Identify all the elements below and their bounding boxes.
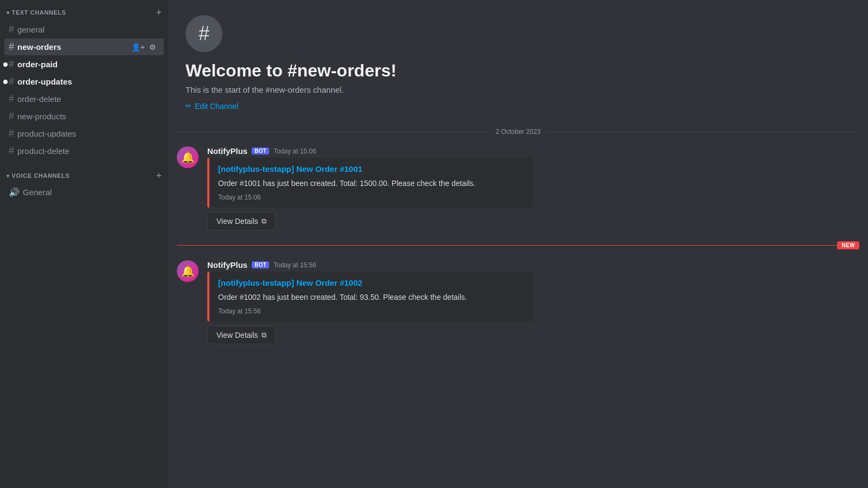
channel-welcome-title: Welcome to #new-orders!: [186, 61, 851, 81]
channel-welcome-desc: This is the start of the #new-orders cha…: [186, 85, 851, 94]
avatar: 🔔: [177, 260, 199, 282]
sidebar-item-order-paid[interactable]: #order-paid: [4, 56, 164, 73]
embed-card: [notifyplus-testapp] New Order #1002 Ord…: [207, 272, 533, 322]
embed-title[interactable]: [notifyplus-testapp] New Order #1002: [218, 278, 524, 287]
embed-footer: Today at 15:56: [218, 307, 524, 315]
divider-line-left: [177, 132, 489, 132]
embed-description: Order #1002 has just been created. Total…: [218, 292, 524, 303]
message-timestamp: Today at 15:56: [273, 261, 316, 269]
text-channel-list: #general#new-orders 👤+ ⚙ #order-paid#ord…: [0, 20, 168, 161]
chevron-down-icon-voice: ▾: [7, 173, 10, 179]
text-channels-section-header[interactable]: ▾ TEXT CHANNELS +: [0, 4, 168, 20]
sidebar-item-product-delete[interactable]: #product-delete: [4, 143, 164, 159]
channel-actions: 👤+ ⚙: [130, 42, 157, 53]
channel-label: new-products: [17, 112, 157, 121]
sidebar-item-order-delete[interactable]: #order-delete: [4, 91, 164, 107]
channel-welcome: # Welcome to #new-orders! This is the st…: [168, 0, 868, 119]
add-text-channel-button[interactable]: +: [156, 8, 162, 17]
embed-footer: Today at 15:06: [218, 194, 524, 201]
voice-channel-list: 🔊 General: [0, 183, 168, 202]
channel-label: new-orders: [17, 42, 130, 52]
new-divider-line: [177, 245, 837, 246]
external-link-icon: ⧉: [261, 331, 266, 339]
message-username: NotifyPlus: [207, 146, 247, 156]
channel-label: product-delete: [17, 146, 157, 156]
new-badge: NEW: [837, 241, 859, 249]
add-member-icon[interactable]: 👤+: [130, 42, 146, 53]
divider-line-right: [547, 132, 859, 132]
channel-label: general: [17, 25, 157, 34]
sidebar-item-general[interactable]: #general: [4, 21, 164, 38]
hash-icon: #: [9, 93, 14, 105]
embed-description: Order #1001 has just been created. Total…: [218, 178, 524, 189]
message-header: NotifyPlus BOT Today at 15:06: [207, 146, 859, 156]
channel-label: product-updates: [17, 129, 157, 138]
channel-label: order-updates: [17, 77, 157, 86]
view-details-button[interactable]: View Details ⧉: [207, 326, 276, 344]
message-username: NotifyPlus: [207, 260, 247, 269]
sidebar-item-order-updates[interactable]: #order-updates: [4, 73, 164, 90]
sidebar: ▾ TEXT CHANNELS + #general#new-orders 👤+…: [0, 0, 168, 488]
view-details-label: View Details: [216, 217, 258, 226]
pencil-icon: ✏: [186, 102, 192, 110]
main-content: # Welcome to #new-orders! This is the st…: [168, 0, 868, 488]
message-timestamp: Today at 15:06: [273, 147, 316, 155]
hash-icon: #: [9, 24, 14, 35]
new-badge-divider: NEW: [177, 241, 859, 249]
channel-label: order-paid: [17, 60, 157, 69]
chevron-down-icon: ▾: [7, 10, 10, 16]
bot-badge: BOT: [252, 261, 269, 268]
message-group: 🔔 NotifyPlus BOT Today at 15:56 [notifyp…: [177, 258, 859, 346]
voice-channel-label: General: [23, 188, 52, 197]
hash-icon: #: [9, 111, 14, 122]
message-group: 🔔 NotifyPlus BOT Today at 15:06 [notifyp…: [177, 144, 859, 233]
unread-dot: [3, 80, 8, 84]
speaker-icon: 🔊: [9, 187, 20, 197]
channel-label: order-delete: [17, 94, 157, 104]
message-content: NotifyPlus BOT Today at 15:06 [notifyplu…: [207, 146, 859, 230]
view-details-label: View Details: [216, 331, 258, 339]
sidebar-item-voice-general-voice[interactable]: 🔊 General: [4, 184, 164, 200]
settings-icon[interactable]: ⚙: [148, 42, 157, 53]
date-divider: 2 October 2023: [177, 128, 859, 136]
voice-channels-title: ▾ VOICE CHANNELS: [7, 172, 69, 179]
add-voice-channel-button[interactable]: +: [156, 171, 162, 181]
view-details-button[interactable]: View Details ⧉: [207, 212, 276, 230]
message-content: NotifyPlus BOT Today at 15:56 [notifyplu…: [207, 260, 859, 344]
edit-channel-link[interactable]: ✏ Edit Channel: [186, 102, 238, 111]
sidebar-item-new-orders[interactable]: #new-orders 👤+ ⚙: [4, 38, 164, 55]
embed-card: [notifyplus-testapp] New Order #1001 Ord…: [207, 158, 533, 208]
hash-icon: #: [9, 145, 14, 157]
date-label: 2 October 2023: [496, 128, 541, 136]
hash-large-icon: #: [199, 22, 209, 45]
text-channels-title: ▾ TEXT CHANNELS: [7, 9, 66, 16]
embed-title[interactable]: [notifyplus-testapp] New Order #1001: [218, 164, 524, 174]
hash-icon: #: [9, 59, 14, 70]
message-header: NotifyPlus BOT Today at 15:56: [207, 260, 859, 269]
sidebar-item-new-products[interactable]: #new-products: [4, 108, 164, 125]
hash-icon: #: [9, 128, 14, 139]
hash-icon: #: [9, 76, 14, 87]
hash-icon: #: [9, 41, 14, 53]
unread-dot: [3, 62, 8, 67]
external-link-icon: ⧉: [261, 217, 266, 226]
channel-icon-large: #: [186, 15, 222, 52]
messages-area[interactable]: 2 October 2023 🔔 NotifyPlus BOT Today at…: [168, 119, 868, 488]
voice-channels-section-header[interactable]: ▾ VOICE CHANNELS +: [0, 168, 168, 183]
avatar: 🔔: [177, 146, 199, 168]
edit-channel-label: Edit Channel: [195, 102, 238, 111]
bot-badge: BOT: [252, 147, 269, 155]
sidebar-item-product-updates[interactable]: #product-updates: [4, 125, 164, 142]
